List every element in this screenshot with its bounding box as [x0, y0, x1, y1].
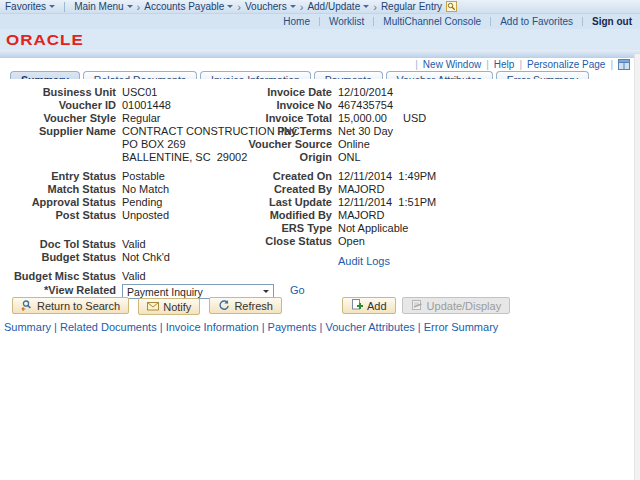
field-value: MAJORD: [338, 183, 384, 195]
field-label: Invoice Date: [248, 86, 332, 98]
audit-logs-link[interactable]: Audit Logs: [338, 255, 390, 267]
field-value: Not Chk'd: [122, 251, 170, 263]
breadcrumb-accounts-payable[interactable]: Accounts Payable: [144, 1, 233, 12]
summary-content: Business Unit USC01 Voucher ID 01001448 …: [0, 79, 640, 480]
field-label: Created On: [248, 170, 332, 182]
field-label: Voucher Source: [248, 138, 332, 150]
multichannel-console-link[interactable]: MultiChannel Console: [383, 16, 481, 27]
field-value: Postable: [122, 170, 165, 182]
separator: [373, 17, 374, 26]
separator: [319, 17, 320, 26]
page-pencil-icon: [411, 299, 423, 313]
breadcrumb-vouchers[interactable]: Vouchers: [245, 1, 296, 12]
logo-bar: ORACLE: [0, 29, 640, 50]
footer-link-invoice-information[interactable]: Invoice Information: [157, 321, 259, 333]
field-modified-by: Modified By MAJORD: [248, 209, 436, 221]
field-value: No Match: [122, 183, 169, 195]
main-menu[interactable]: Main Menu: [74, 1, 132, 12]
field-created-on: Created On 12/11/2014 1:49PM: [248, 170, 436, 182]
oracle-logo: ORACLE: [6, 31, 84, 49]
notify-button[interactable]: Notify: [138, 298, 200, 315]
field-label: Supplier Name: [12, 125, 116, 137]
help-link[interactable]: Help: [481, 59, 514, 70]
breadcrumb-current-regular-entry: Regular Entry: [381, 1, 442, 12]
field-value: Online: [338, 138, 370, 150]
field-label: Invoice Total: [248, 112, 332, 124]
field-label: Approval Status: [12, 196, 116, 208]
separator: [490, 17, 491, 26]
field-label: Last Update: [248, 196, 332, 208]
refresh-button[interactable]: Refresh: [209, 297, 282, 314]
search-icon[interactable]: [446, 1, 457, 12]
field-value: 12/10/2014: [338, 86, 393, 98]
field-label: Entry Status: [12, 170, 116, 182]
footer-link-related-documents[interactable]: Related Documents: [51, 321, 157, 333]
field-value: Open: [338, 235, 365, 247]
field-label: Voucher ID: [12, 99, 116, 111]
field-value: Unposted: [122, 209, 169, 221]
sign-out-link[interactable]: Sign out: [592, 16, 632, 27]
button-label: Refresh: [234, 300, 273, 312]
button-label: Add: [367, 300, 387, 312]
personalize-page-link[interactable]: Personalize Page: [514, 59, 605, 70]
personalize-grid-icon[interactable]: [605, 59, 630, 70]
button-label: Notify: [163, 301, 191, 313]
breadcrumb-separator: [237, 1, 241, 13]
field-value: Regular: [122, 112, 161, 124]
field-label: Created By: [248, 183, 332, 195]
field-invoice-total: Invoice Total 15,000.00 USD: [248, 112, 436, 124]
peoplesoft-voucher-summary-page: Favorites Main Menu Accounts Payable Vou…: [0, 0, 640, 480]
field-label: Invoice No: [248, 99, 332, 111]
field-label: Doc Tol Status: [12, 238, 116, 250]
field-invoice-date: Invoice Date 12/10/2014: [248, 86, 436, 98]
worklist-link[interactable]: Worklist: [329, 16, 364, 27]
breadcrumb-add-update[interactable]: Add/Update: [307, 1, 369, 12]
field-label-empty: [12, 138, 116, 150]
footer-link-payments[interactable]: Payments: [259, 321, 317, 333]
breadcrumb-item-label: Accounts Payable: [144, 1, 224, 12]
footer-link-voucher-attributes[interactable]: Voucher Attributes: [316, 321, 414, 333]
field-value: 15,000.00: [338, 112, 387, 124]
field-budget-misc-status: Budget Misc Status Valid: [12, 270, 305, 282]
breadcrumb-separator: [373, 1, 377, 13]
field-last-update: Last Update 12/11/2014 1:51PM: [248, 196, 436, 208]
separator: [64, 2, 65, 12]
refresh-arrows-icon: [218, 299, 230, 313]
favorites-menu[interactable]: Favorites: [5, 1, 55, 12]
add-button[interactable]: Add: [342, 297, 396, 314]
field-value: 01001448: [122, 99, 171, 111]
chevron-down-icon: [49, 5, 55, 11]
breadcrumb-item-label: Vouchers: [245, 1, 287, 12]
field-value: ONL: [338, 151, 361, 163]
scrollbar-track[interactable]: [634, 54, 640, 480]
field-label: Match Status: [12, 183, 116, 195]
chevron-down-icon: [290, 5, 296, 11]
chevron-down-icon: [263, 290, 269, 296]
field-label: Modified By: [248, 209, 332, 221]
toolbar: Return to Search Notify Refresh Add Upda…: [12, 297, 628, 315]
home-link[interactable]: Home: [283, 16, 310, 27]
field-label-empty: [12, 151, 116, 163]
field-voucher-source: Voucher Source Online: [248, 138, 436, 150]
field-label: Close Status: [248, 235, 332, 247]
add-to-favorites-link[interactable]: Add to Favorites: [500, 16, 573, 27]
breadcrumb-current-label: Regular Entry: [381, 1, 442, 12]
field-value: USC01: [122, 86, 157, 98]
breadcrumb-separator: [300, 1, 304, 13]
chevron-down-icon: [227, 5, 233, 11]
field-value: Net 30 Day: [338, 125, 393, 137]
update-display-button: Update/Display: [402, 297, 511, 314]
new-window-link[interactable]: New Window: [410, 59, 481, 70]
field-value: BALLENTINE, SC 29002: [122, 151, 247, 163]
footer-link-summary[interactable]: Summary: [4, 321, 51, 333]
field-value: MAJORD: [338, 209, 384, 221]
breadcrumb-item-label: Add/Update: [307, 1, 360, 12]
field-invoice-no: Invoice No 467435754: [248, 99, 436, 111]
breadcrumb-separator: [137, 1, 141, 13]
field-value: 12/11/2014 1:51PM: [338, 196, 436, 208]
page-plus-icon: [351, 299, 363, 313]
return-to-search-button[interactable]: Return to Search: [12, 297, 129, 314]
separator: [582, 17, 583, 26]
favorites-label: Favorites: [5, 1, 46, 12]
footer-link-error-summary[interactable]: Error Summary: [415, 321, 499, 333]
